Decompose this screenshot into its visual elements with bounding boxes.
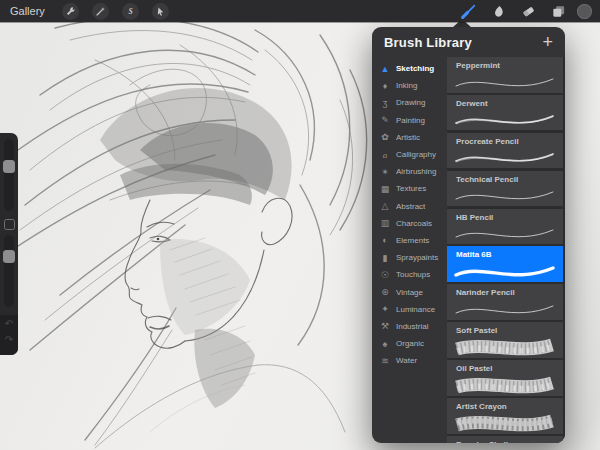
opacity-track	[4, 235, 14, 307]
layers-button[interactable]	[543, 0, 573, 22]
category-label: Textures	[396, 184, 426, 193]
vintage-icon: ⊛	[379, 287, 391, 297]
opacity-slider[interactable]	[3, 250, 15, 263]
brush-sidebar: ↶ ↷	[0, 133, 18, 355]
transform-button[interactable]	[152, 3, 169, 20]
category-item-drawing[interactable]: ʒDrawing	[372, 94, 447, 111]
category-item-calligraphy[interactable]: aCalligraphy	[372, 146, 447, 163]
brush-name: Soft Pastel	[456, 326, 497, 335]
category-label: Organic	[396, 339, 424, 348]
category-item-painting[interactable]: ✎Painting	[372, 112, 447, 129]
calligraphy-icon: a	[379, 150, 391, 160]
category-item-textures[interactable]: ▦Textures	[372, 180, 447, 197]
artistic-icon: ✿	[379, 132, 391, 142]
organic-icon: ♠	[379, 339, 391, 349]
brush-stroke-preview	[447, 184, 561, 206]
brush-stroke-preview	[447, 260, 561, 282]
modify-button[interactable]	[4, 219, 15, 230]
brush-library-panel: Brush Library + ▲Sketching♦InkingʒDrawin…	[372, 27, 565, 443]
category-item-abstract[interactable]: △Abstract	[372, 198, 447, 215]
brush-stroke-preview	[447, 222, 561, 244]
category-item-touchups[interactable]: ☉Touchups	[372, 266, 447, 283]
redo-button[interactable]: ↷	[0, 335, 18, 345]
brush-size-slider[interactable]	[3, 160, 15, 173]
brush-item-artist-crayon[interactable]: Artist Crayon	[447, 398, 563, 434]
category-item-inking[interactable]: ♦Inking	[372, 77, 447, 94]
transform-arrow-icon	[155, 6, 166, 17]
category-item-industrial[interactable]: ⚒Industrial	[372, 318, 447, 335]
brush-list: PeppermintDerwentProcreate PencilTechnic…	[447, 57, 565, 443]
smudge-tool-button[interactable]	[483, 0, 513, 22]
svg-text:S: S	[128, 7, 132, 16]
textures-icon: ▦	[379, 184, 391, 194]
top-toolbar: Gallery S	[0, 0, 600, 22]
brush-item-narinder-pencil[interactable]: Narinder Pencil	[447, 284, 563, 320]
color-swatch-button[interactable]	[577, 4, 592, 19]
spraypaints-icon: ▮	[379, 253, 391, 263]
gallery-button[interactable]: Gallery	[10, 5, 45, 17]
add-brush-button[interactable]: +	[542, 33, 553, 51]
category-label: Calligraphy	[396, 150, 436, 159]
drawing-icon: ʒ	[379, 98, 391, 108]
category-item-water[interactable]: ≋Water	[372, 352, 447, 369]
brush-stroke-preview	[447, 336, 561, 358]
brush-stroke-preview	[447, 412, 561, 434]
category-item-charcoals[interactable]: ▥Charcoals	[372, 215, 447, 232]
brush-item-soft-pastel[interactable]: Soft Pastel	[447, 322, 563, 358]
adjustments-wand-icon	[95, 6, 106, 17]
category-item-spraypaints[interactable]: ▮Spraypaints	[372, 249, 447, 266]
brush-stroke-preview	[447, 146, 561, 168]
brush-tool-button[interactable]	[453, 0, 483, 22]
category-label: Luminance	[396, 305, 435, 314]
brush-item-procreate-pencil[interactable]: Procreate Pencil	[447, 133, 563, 169]
water-icon: ≋	[379, 356, 391, 366]
abstract-icon: △	[379, 201, 391, 211]
brush-item-hb-pencil[interactable]: HB Pencil	[447, 209, 563, 245]
actions-wrench-icon	[65, 6, 76, 17]
brush-name: Procreate Pencil	[456, 137, 519, 146]
category-item-elements[interactable]: ◐Elements	[372, 232, 447, 249]
brush-name: Narinder Pencil	[456, 288, 515, 297]
brush-item-oil-pastel[interactable]: Oil Pastel	[447, 360, 563, 396]
actions-button[interactable]	[62, 3, 79, 20]
brush-item-technical-pencil[interactable]: Technical Pencil	[447, 171, 563, 207]
brush-stroke-preview	[447, 374, 561, 396]
brush-name: Technical Pencil	[456, 175, 518, 184]
brush-item-matita-6b[interactable]: Matita 6B	[447, 246, 563, 282]
category-label: Artistic	[396, 133, 420, 142]
category-label: Vintage	[396, 288, 423, 297]
category-label: Spraypaints	[396, 253, 438, 262]
luminance-icon: ✦	[379, 304, 391, 314]
adjustments-button[interactable]	[92, 3, 109, 20]
panel-header: Brush Library +	[372, 27, 565, 57]
category-item-sketching[interactable]: ▲Sketching	[372, 60, 447, 77]
category-item-organic[interactable]: ♠Organic	[372, 335, 447, 352]
category-label: Sketching	[396, 64, 434, 73]
selection-s-icon: S	[125, 6, 136, 17]
panel-title: Brush Library	[384, 35, 472, 50]
erase-tool-button[interactable]	[513, 0, 543, 22]
category-label: Drawing	[396, 98, 425, 107]
smudge-finger-icon	[491, 4, 506, 19]
brush-item-peppermint[interactable]: Peppermint	[447, 57, 563, 93]
category-label: Charcoals	[396, 219, 432, 228]
right-tools	[453, 0, 600, 22]
elements-icon: ◐	[379, 235, 391, 245]
brush-item-derwent[interactable]: Derwent	[447, 95, 563, 131]
category-label: Industrial	[396, 322, 428, 331]
charcoals-icon: ▥	[379, 218, 391, 228]
touchups-icon: ☉	[379, 270, 391, 280]
category-item-artistic[interactable]: ✿Artistic	[372, 129, 447, 146]
painting-icon: ✎	[379, 115, 391, 125]
undo-button[interactable]: ↶	[0, 319, 18, 329]
category-label: Water	[396, 356, 417, 365]
brush-name: Derwent	[456, 99, 488, 108]
selection-button[interactable]: S	[122, 3, 139, 20]
brush-item-bonobo-chalk[interactable]: Bonobo Chalk	[447, 436, 563, 443]
paint-brush-icon	[460, 3, 477, 20]
category-item-airbrushing[interactable]: ✶Airbrushing	[372, 163, 447, 180]
category-label: Abstract	[396, 202, 425, 211]
category-item-luminance[interactable]: ✦Luminance	[372, 301, 447, 318]
sketching-icon: ▲	[379, 64, 391, 74]
category-item-vintage[interactable]: ⊛Vintage	[372, 283, 447, 300]
